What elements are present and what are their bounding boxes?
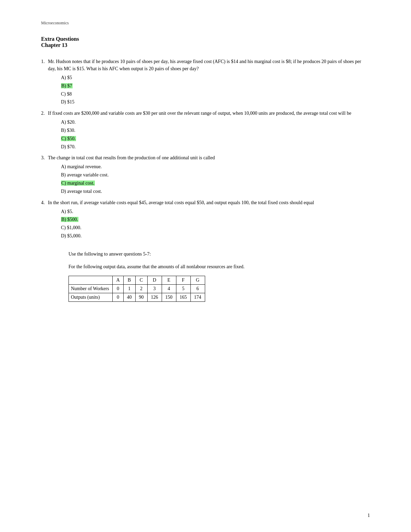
question-1-number: 1. <box>41 58 48 65</box>
question-2-text: If fixed costs are $200,000 and variable… <box>48 111 351 116</box>
question-3-answer: C) marginal cost. <box>61 181 95 186</box>
table-row-workers-f: 5 <box>176 284 190 293</box>
question-2: 2. If fixed costs are $200,000 and varia… <box>41 110 370 151</box>
question-3-option-b: B) average variable cost. <box>61 171 370 179</box>
question-1-option-b: B) $7 <box>61 82 370 90</box>
question-4-option-b: B) $500. <box>61 215 370 224</box>
table-col-c: C <box>135 276 147 284</box>
page-header: Microeconomics <box>41 21 370 26</box>
section-note-1: Use the following to answer questions 5-… <box>68 250 370 258</box>
table-col-e: E <box>162 276 176 284</box>
title-line2: Chapter 13 <box>41 42 370 48</box>
question-4-answer: B) $500. <box>61 217 78 222</box>
table-row-workers-d: 3 <box>147 284 162 293</box>
table-row-workers-e: 4 <box>162 284 176 293</box>
question-2-number: 2. <box>41 110 48 117</box>
table-row-outputs-g: 174 <box>190 293 205 301</box>
table-row-workers-a: 0 <box>113 284 123 293</box>
question-1-text: Mr. Hudson notes that if he produces 10 … <box>48 59 361 71</box>
output-data-table: A B C D E F G Number of Workers 0 1 2 3 … <box>68 276 205 302</box>
question-4-option-a: A) $5. <box>61 208 370 216</box>
page-number: 1 <box>368 513 370 518</box>
questions-container: 1. Mr. Hudson notes that if he produces … <box>41 58 370 240</box>
table-row-workers-label: Number of Workers <box>69 284 113 293</box>
table-row-workers: Number of Workers 0 1 2 3 4 5 6 <box>69 284 205 293</box>
question-3-option-d: D) average total cost. <box>61 187 370 196</box>
question-1-option-a: A) $5 <box>61 74 370 82</box>
table-col-b: B <box>123 276 135 284</box>
question-2-option-c: C) $50. <box>61 135 370 143</box>
question-1-options: A) $5 B) $7 C) $8 D) $15 <box>61 74 370 106</box>
question-4-options: A) $5. B) $500. C) $1,000. D) $5,000. <box>61 208 370 240</box>
question-3: 3. The change in total cost that results… <box>41 154 370 195</box>
table-row-outputs-d: 126 <box>147 293 162 301</box>
question-2-option-a: A) $20. <box>61 118 370 126</box>
table-row-workers-c: 2 <box>135 284 147 293</box>
question-1-option-d: D) $15 <box>61 98 370 106</box>
header-label: Microeconomics <box>41 21 69 25</box>
table-row-outputs-label: Outputs (units) <box>69 293 113 301</box>
table-row-outputs-e: 150 <box>162 293 176 301</box>
question-4-option-c: C) $1,000. <box>61 224 370 232</box>
table-row-outputs-c: 90 <box>135 293 147 301</box>
question-3-options: A) marginal revenue. B) average variable… <box>61 163 370 195</box>
table-col-d: D <box>147 276 162 284</box>
question-3-number: 3. <box>41 154 48 161</box>
question-3-option-c: C) marginal cost. <box>61 179 370 187</box>
table-col-a: A <box>113 276 123 284</box>
question-2-answer: C) $50. <box>61 136 76 141</box>
question-1-answer: B) $7 <box>61 83 73 88</box>
title-line1: Extra Questions <box>41 36 370 42</box>
table-row-outputs-b: 40 <box>123 293 135 301</box>
section-note-2: For the following output data, assume th… <box>68 263 370 270</box>
table-col-g: G <box>190 276 205 284</box>
question-2-options: A) $20. B) $30. C) $50. D) $70. <box>61 118 370 151</box>
table-col-empty <box>69 276 113 284</box>
table-header-row: A B C D E F G <box>69 276 205 284</box>
question-1-option-c: C) $8 <box>61 90 370 98</box>
table-row-outputs-a: 0 <box>113 293 123 301</box>
question-3-text: The change in total cost that results fr… <box>48 155 215 160</box>
question-4-option-d: D) $5,000. <box>61 232 370 240</box>
question-4-number: 4. <box>41 199 48 206</box>
question-3-option-a: A) marginal revenue. <box>61 163 370 171</box>
title-section: Extra Questions Chapter 13 <box>41 36 370 48</box>
question-2-option-b: B) $30. <box>61 126 370 135</box>
question-4: 4. In the short run, if average variable… <box>41 199 370 240</box>
question-1: 1. Mr. Hudson notes that if he produces … <box>41 58 370 106</box>
table-row-outputs-f: 165 <box>176 293 190 301</box>
question-4-text: In the short run, if average variable co… <box>48 200 314 205</box>
table-col-f: F <box>176 276 190 284</box>
table-row-outputs: Outputs (units) 0 40 90 126 150 165 174 <box>69 293 205 301</box>
question-2-option-d: D) $70. <box>61 143 370 151</box>
table-row-workers-b: 1 <box>123 284 135 293</box>
table-row-workers-g: 6 <box>190 284 205 293</box>
